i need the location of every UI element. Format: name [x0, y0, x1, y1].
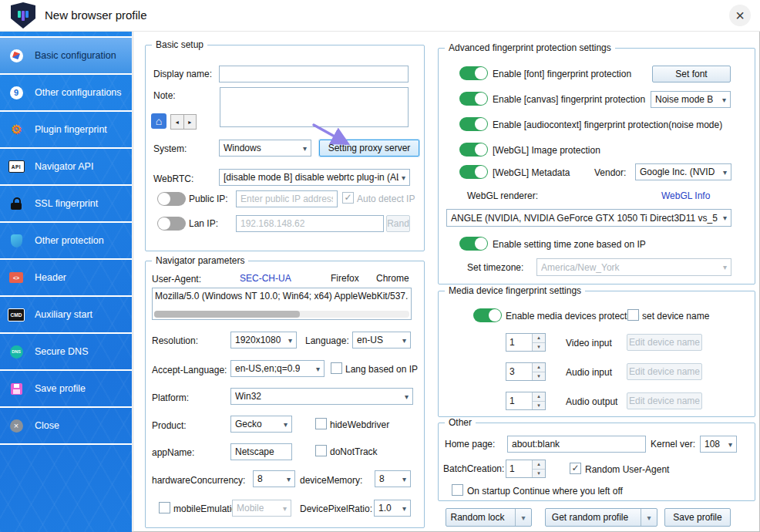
sidebar-item-header[interactable]: <> Header [0, 260, 132, 297]
lan-ip-input[interactable] [236, 215, 384, 232]
random-user-agent-checkbox[interactable]: ✓ [570, 463, 581, 474]
public-ip-toggle[interactable] [157, 192, 186, 206]
hide-webdriver-checkbox[interactable] [315, 418, 327, 429]
device-pixel-ratio-dropdown[interactable]: 1.0▾ [374, 500, 411, 517]
chevron-down-icon: ▾ [405, 392, 409, 401]
spinner-down-icon: ▾ [533, 470, 545, 478]
resolution-dropdown[interactable]: 1920x1080▾ [230, 332, 297, 348]
vendor-dropdown[interactable]: Google Inc. (NVID▾ [635, 163, 731, 180]
group-legend: Navigator parameters [152, 255, 248, 267]
language-dropdown[interactable]: en-US▾ [352, 332, 411, 348]
sidebar-item-secure-dns[interactable]: DNS Secure DNS [0, 334, 132, 371]
public-ip-input[interactable] [236, 190, 338, 207]
lang-based-on-ip-checkbox[interactable] [331, 362, 342, 374]
chevron-down-icon[interactable]: ▾ [515, 509, 531, 526]
webgl-renderer-dropdown[interactable]: ANGLE (NVIDIA, NVIDIA GeForce GTX 1050 T… [446, 209, 731, 227]
do-not-track-checkbox[interactable] [315, 445, 327, 456]
sidebar-item-plugin-fingerprint[interactable]: ⚙ Plugin fingerprint [0, 112, 132, 149]
timezone-dropdown[interactable]: America/New_York▾ [536, 258, 731, 276]
chevron-down-icon[interactable]: ▾ [641, 509, 657, 526]
audiocontext-protection-toggle[interactable] [459, 117, 488, 131]
public-ip-label: Public IP: [189, 194, 228, 204]
spinner-down-icon: ▾ [533, 372, 545, 381]
close-circle-icon: × [8, 417, 25, 434]
firefox-link[interactable]: Firefox [331, 273, 359, 284]
webgl-info-link[interactable]: WebGL Info [661, 190, 710, 201]
user-agent-value[interactable]: Mozilla/5.0 (Windows NT 10.0; Win64; x64… [155, 291, 409, 301]
font-protection-toggle[interactable] [459, 66, 488, 80]
get-random-profile-button[interactable]: Get random profile ▾ [545, 508, 657, 527]
setting-proxy-server-button[interactable]: Setting proxy server [319, 140, 419, 157]
webrtc-dropdown[interactable]: [disable mode B] disable webrtc plug-in … [219, 169, 410, 186]
rand-button[interactable]: Rand [386, 215, 410, 232]
sidebar-item-label: Navigator API [35, 161, 93, 172]
sidebar-item-label: Other protection [35, 235, 104, 246]
browser-icon: 9 [8, 84, 25, 101]
edit-audio-output-device-button[interactable]: Edit device name [627, 392, 702, 409]
accept-language-dropdown[interactable]: en-US,en;q=0.9▾ [230, 360, 325, 377]
arrow-right-icon[interactable]: ▸ [184, 115, 197, 129]
random-lock-button[interactable]: Random lock ▾ [446, 508, 532, 527]
timezone-by-ip-toggle[interactable] [459, 237, 488, 251]
basic-setup-group: Basic setup Display name: Note: ⌂ ◂ ▸ Sy… [145, 45, 425, 251]
note-input[interactable] [220, 87, 409, 127]
horizontal-scrollbar [154, 311, 409, 318]
sidebar-item-save-profile[interactable]: Save profile [0, 371, 132, 408]
webgl-image-toggle[interactable] [459, 143, 488, 157]
close-icon[interactable]: × [729, 5, 751, 26]
chrome-link[interactable]: Chrome [376, 273, 409, 284]
user-agent-input[interactable]: Mozilla/5.0 (Windows NT 10.0; Win64; x64… [152, 288, 412, 320]
device-memory-label: deviceMemory: [300, 475, 362, 486]
language-label: Language: [305, 335, 349, 346]
video-input-count-stepper[interactable]: 1 ▴▾ [506, 333, 546, 352]
product-label: Product: [152, 420, 187, 431]
mobile-emulation-checkbox[interactable] [159, 502, 170, 513]
spinner-up-icon: ▴ [533, 334, 545, 343]
hardware-concurrency-dropdown[interactable]: 8▾ [253, 470, 295, 487]
scrollbar-thumb[interactable] [154, 311, 300, 318]
batch-creation-stepper[interactable]: 1 ▴▾ [506, 460, 546, 478]
do-not-track-label: doNotTrack [330, 446, 378, 457]
home-page-input[interactable] [507, 436, 646, 453]
platform-dropdown[interactable]: Win32▾ [230, 388, 413, 405]
media-devices-toggle[interactable] [473, 308, 502, 322]
sidebar-item-label: Close [35, 420, 59, 431]
device-memory-dropdown[interactable]: 8▾ [375, 470, 411, 487]
lan-ip-toggle[interactable] [157, 217, 186, 231]
mobile-emulation-dropdown[interactable]: Mobile▾ [232, 500, 291, 517]
sidebar-item-other-configurations[interactable]: 9 Other configurations [0, 75, 132, 112]
save-profile-button[interactable]: Save profile [664, 508, 731, 527]
sidebar-item-navigator-api[interactable]: API Navigator API [0, 149, 132, 186]
canvas-noise-mode-dropdown[interactable]: Noise mode B▾ [651, 91, 731, 108]
auto-detect-ip-checkbox[interactable]: ✓ [342, 192, 354, 204]
startup-continue-checkbox[interactable] [452, 484, 463, 496]
sidebar-item-auxiliary-start[interactable]: CMD Auxiliary start [0, 297, 132, 334]
sidebar-item-close[interactable]: × Close [0, 408, 132, 445]
product-dropdown[interactable]: Gecko▾ [230, 416, 292, 433]
webgl-metadata-toggle[interactable] [459, 165, 488, 179]
arrow-left-icon[interactable]: ◂ [171, 115, 184, 129]
sidebar-item-basic-configuration[interactable]: Basic configuration [0, 38, 132, 75]
set-device-name-checkbox[interactable] [627, 309, 639, 321]
random-user-agent-label: Random User-Agent [585, 464, 669, 475]
sec-ch-ua-link[interactable]: SEC-CH-UA [240, 273, 291, 284]
kernel-ver-dropdown[interactable]: 108▾ [700, 436, 737, 453]
chevron-down-icon: ▾ [723, 263, 727, 271]
cmd-icon: CMD [8, 306, 25, 323]
home-icon[interactable]: ⌂ [151, 113, 166, 129]
audio-input-count-stepper[interactable]: 3 ▴▾ [506, 362, 546, 381]
set-font-button[interactable]: Set font [652, 66, 731, 82]
audio-output-count-stepper[interactable]: 1 ▴▾ [506, 392, 546, 410]
edit-video-device-button[interactable]: Edit device name [627, 334, 702, 351]
system-dropdown[interactable]: Windows▾ [219, 140, 311, 157]
accept-language-label: Accept-Language: [152, 365, 227, 375]
appname-input[interactable] [230, 443, 292, 460]
webgl-renderer-label: WebGL renderer: [467, 190, 538, 201]
edit-audio-input-device-button[interactable]: Edit device name [627, 363, 702, 380]
sidebar-item-ssl-fingerprint[interactable]: SSL fingerprint [0, 186, 132, 223]
sidebar-item-other-protection[interactable]: Other protection [0, 223, 132, 260]
chevron-down-icon: ▾ [722, 96, 726, 104]
note-nav-arrows: ◂ ▸ [170, 114, 197, 130]
canvas-protection-toggle[interactable] [459, 92, 488, 106]
display-name-input[interactable] [219, 66, 409, 82]
